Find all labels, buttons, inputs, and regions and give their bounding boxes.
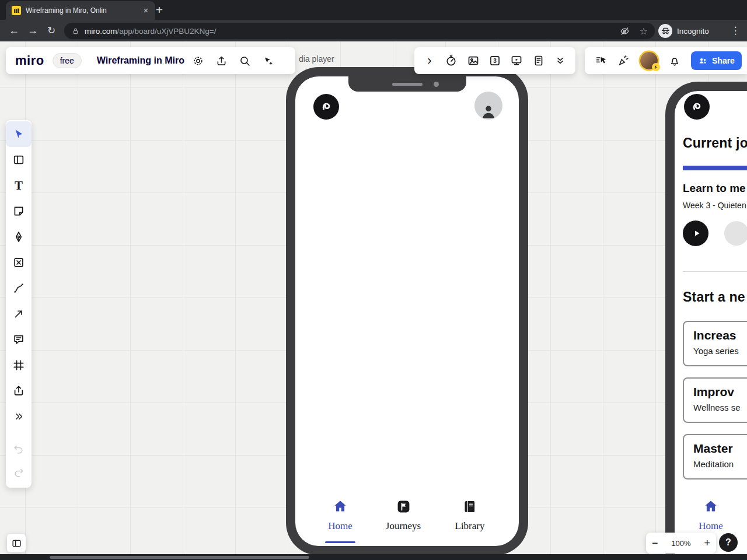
divider <box>683 271 747 272</box>
zoom-in-button[interactable]: + <box>704 538 710 548</box>
board-settings-button[interactable] <box>189 51 208 70</box>
search-button[interactable] <box>236 51 254 70</box>
sticky-note-tool[interactable] <box>6 198 32 224</box>
journey-card-subtitle: Wellness se <box>693 402 747 412</box>
timer-button[interactable] <box>442 51 460 70</box>
cursor-lines-icon <box>595 54 608 67</box>
undo-icon <box>13 443 25 455</box>
forward-button[interactable]: → <box>25 22 41 38</box>
reload-button[interactable]: ↻ <box>43 22 60 38</box>
people-icon <box>698 56 708 66</box>
home-icon <box>683 498 739 515</box>
address-bar[interactable]: miro.com/app/board/uXjVPBU2KNg=/ ☆ <box>64 23 655 39</box>
select-tool[interactable] <box>6 121 32 147</box>
user-avatar[interactable] <box>640 52 658 69</box>
start-new-heading: Start a ne <box>683 289 745 305</box>
eye-off-icon[interactable] <box>619 26 630 37</box>
browser-menu-icon[interactable]: ⋮ <box>728 22 742 38</box>
notes-button[interactable] <box>529 51 548 70</box>
miro-logo[interactable]: miro <box>15 53 44 68</box>
nav-label-home: Home <box>683 520 739 532</box>
double-chevron-down-icon <box>554 55 566 66</box>
collaborator-cursors-button[interactable] <box>592 51 610 70</box>
incognito-badge: Incognito <box>658 23 709 39</box>
collapse-toolbar-button[interactable] <box>551 51 570 70</box>
redo-button[interactable] <box>6 461 32 484</box>
arrow-tool[interactable] <box>6 301 32 327</box>
connector-icon <box>12 282 25 295</box>
more-tools[interactable] <box>6 404 32 429</box>
chevron-right-icon: › <box>427 54 431 67</box>
url-path: /app/board/uXjVPBU2KNg=/ <box>117 27 217 36</box>
media-button[interactable] <box>464 51 483 70</box>
ai-cursor-button[interactable] <box>259 51 278 70</box>
wireframe-phone-journey[interactable]: Current jo Learn to me Week 3 - Quieten … <box>665 82 747 560</box>
plan-badge[interactable]: free <box>53 53 82 68</box>
frame-tool[interactable] <box>6 352 32 378</box>
journey-card[interactable]: Improv Wellness se <box>683 377 747 423</box>
journey-card[interactable]: Increas Yoga series <box>683 321 747 366</box>
bookmark-star-icon[interactable]: ☆ <box>640 26 648 37</box>
phone-camera-dot <box>434 82 439 87</box>
estimation-button[interactable]: 3 <box>486 51 504 70</box>
secondary-circle-button[interactable] <box>724 221 747 246</box>
present-button[interactable] <box>507 51 526 70</box>
nav-item-home[interactable]: Home <box>683 498 739 532</box>
image-icon <box>467 54 480 67</box>
pen-nib-icon <box>12 230 25 243</box>
pen-tool[interactable] <box>6 224 32 250</box>
share-label: Share <box>712 56 735 65</box>
canvas-text-fragment: dia player <box>299 54 334 64</box>
help-button[interactable]: ? <box>719 533 738 552</box>
scrollbar-thumb[interactable] <box>50 556 309 559</box>
text-tool[interactable]: T <box>6 173 32 198</box>
board-title[interactable]: Wireframing in Miro <box>97 55 184 66</box>
horizontal-scrollbar[interactable] <box>0 554 747 560</box>
app-logo-icon <box>684 94 710 120</box>
gear-icon <box>192 55 204 67</box>
zoom-out-button[interactable]: − <box>652 538 658 548</box>
journey-card[interactable]: Master Meditation <box>683 434 747 480</box>
expand-toolbar-button[interactable]: › <box>420 51 439 70</box>
notifications-button[interactable] <box>665 51 684 70</box>
nav-item-home[interactable]: Home <box>312 498 368 532</box>
active-tab-indicator <box>325 541 355 543</box>
url-domain: miro.com <box>85 27 117 36</box>
lesson-title: Learn to me <box>683 182 746 195</box>
export-button[interactable] <box>212 51 231 70</box>
wireframe-phone-home[interactable]: Home Journeys <box>286 67 528 555</box>
facilitation-toolbar: › 3 <box>414 47 575 74</box>
nav-label-home: Home <box>312 520 368 532</box>
export-icon <box>215 55 228 67</box>
upload-tool[interactable] <box>6 378 32 404</box>
nav-item-library[interactable]: Library <box>442 498 498 532</box>
connector-tool[interactable] <box>6 275 32 301</box>
journey-card-title: Increas <box>693 328 747 342</box>
nav-label-library: Library <box>442 520 498 532</box>
shapes-tool[interactable] <box>6 250 32 275</box>
tab-close-icon[interactable]: × <box>141 6 151 15</box>
miro-favicon <box>12 6 21 15</box>
phone-screen: Current jo Learn to me Week 3 - Quieten … <box>675 91 747 560</box>
reactions-button[interactable] <box>614 51 633 70</box>
screen: dia player <box>0 0 747 560</box>
profile-avatar[interactable] <box>474 92 502 120</box>
shapes-icon <box>12 256 25 269</box>
tab-title: Wireframing in Miro, Onlin <box>26 6 137 15</box>
estimation-icon: 3 <box>488 54 501 67</box>
share-button[interactable]: Share <box>691 51 742 70</box>
zoom-level[interactable]: 100% <box>671 539 690 548</box>
nav-item-journeys[interactable]: Journeys <box>375 498 431 532</box>
templates-tool[interactable] <box>6 147 32 173</box>
back-button[interactable]: ← <box>6 22 22 38</box>
search-icon <box>239 55 251 67</box>
comment-icon <box>12 333 25 346</box>
new-tab-button[interactable]: + <box>152 3 167 18</box>
comment-tool[interactable] <box>6 327 32 352</box>
undo-button[interactable] <box>6 438 32 461</box>
browser-tab[interactable]: Wireframing in Miro, Onlin × <box>6 1 155 20</box>
play-button[interactable] <box>683 220 708 246</box>
frames-panel-button[interactable] <box>7 534 26 552</box>
journey-card-title: Master <box>693 442 747 456</box>
nav-label-journeys: Journeys <box>375 520 431 532</box>
